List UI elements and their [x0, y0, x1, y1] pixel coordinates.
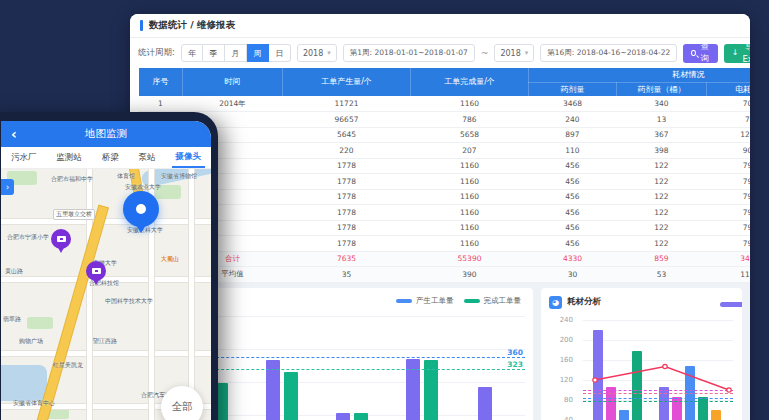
table-cell: 897	[529, 127, 617, 143]
table-row: 12014年117211160346834070250	[139, 96, 751, 112]
charts-row: 产生工单量完成工单量 360323 ◕ 耗材分析 240200160120804…	[130, 283, 750, 420]
bar	[478, 387, 492, 420]
consumable-chart-card: ◕ 耗材分析 2402001601208040	[541, 288, 742, 420]
calendar-icon: ▾	[525, 49, 529, 57]
year-start-value: 2018	[303, 49, 323, 58]
consumable-chart: 2402001601208040	[549, 315, 734, 420]
map-road	[189, 169, 194, 420]
camera-icon	[92, 268, 101, 274]
period-option[interactable]: 年	[181, 44, 203, 62]
table-cell: 456	[529, 220, 617, 236]
table-row: 177811604561227967	[139, 174, 751, 190]
table-cell: 1160	[411, 220, 529, 236]
bar	[354, 413, 368, 420]
table-cell: 1	[139, 96, 183, 112]
table-cell: 111	[707, 267, 751, 283]
table-cell: 55390	[411, 251, 529, 267]
column-header: 耗材情况	[529, 68, 751, 82]
phone-header: ‹ 地图监测	[1, 121, 211, 147]
axis-tick-label: 80	[564, 396, 573, 404]
chart-header: ◕ 耗材分析	[549, 296, 734, 309]
selected-camera-marker[interactable]	[123, 191, 159, 227]
reference-label: 360	[507, 348, 523, 357]
camera-icon	[57, 236, 66, 242]
camera-pin-marker[interactable]	[51, 229, 71, 249]
table-cell: 398	[617, 143, 707, 159]
table-cell: 122	[617, 205, 707, 221]
download-icon: ↓	[732, 49, 739, 57]
table-cell: 340	[617, 96, 707, 112]
table-cell: 1160	[411, 205, 529, 221]
year-start-select[interactable]: 2018 ▾	[297, 44, 337, 62]
week-range-end-input[interactable]: 第16周: 2018-04-16~2018-04-22	[540, 44, 677, 62]
table-cell: 79	[707, 236, 751, 252]
column-header: 序号	[139, 68, 183, 96]
year-end-select[interactable]: 2018 ▾	[494, 44, 534, 62]
table-cell: 1778	[283, 189, 411, 205]
map-label: 合肥市宁溪小学	[7, 233, 49, 242]
phone-screen: ‹ 地图监测 污水厂监测站桥梁泵站摄像头 › 全部 合肥市福和中学体育馆安徽农业…	[1, 121, 211, 420]
column-header: 工单产生量/个	[283, 68, 411, 96]
export-button-label: 导出Excel	[742, 42, 750, 64]
table-cell: 1778	[283, 205, 411, 221]
table-cell: 122	[617, 220, 707, 236]
query-button-label: 查询	[700, 41, 710, 65]
camera-pin-marker[interactable]	[86, 261, 106, 281]
map-road	[87, 169, 92, 420]
table-cell: 79	[707, 205, 751, 221]
table-cell: 207	[411, 143, 529, 159]
period-option[interactable]: 周	[247, 44, 269, 62]
table-cell: 122	[617, 174, 707, 190]
phone-tab[interactable]: 摄像头	[172, 147, 206, 168]
table-cell: 79	[707, 158, 751, 174]
axis-tick-label: 160	[560, 356, 573, 364]
legend-swatch	[720, 302, 742, 307]
period-option[interactable]: 日	[269, 44, 291, 62]
table-cell: 124	[707, 127, 751, 143]
map-road	[1, 219, 211, 224]
map-view[interactable]: › 全部 合肥市福和中学体育馆安徽农业大学安徽省博物馆五里墩立交桥安徽医科大学合…	[1, 169, 211, 420]
period-option[interactable]: 月	[225, 44, 247, 62]
legend-item: 产生工单量	[396, 296, 454, 306]
map-road	[1, 351, 211, 356]
table-cell: 70	[707, 96, 751, 112]
legend-swatch	[396, 299, 412, 303]
table-cell: 1778	[283, 236, 411, 252]
table-cell: 1160	[411, 174, 529, 190]
table-row: 177811604561227967	[139, 220, 751, 236]
query-button[interactable]: 查询	[683, 44, 718, 63]
map-expand-button[interactable]: ›	[1, 179, 14, 195]
period-label: 统计周期:	[138, 47, 175, 59]
export-excel-button[interactable]: ↓ 导出Excel	[724, 44, 750, 63]
phone-tab[interactable]: 泵站	[135, 147, 160, 168]
week-range-start-input[interactable]: 第1周: 2018-01-01~2018-01-07	[343, 44, 475, 62]
table-cell: 859	[617, 251, 707, 267]
breadcrumb: 数据统计 / 维修报表	[149, 19, 235, 32]
table-cell: 122	[617, 189, 707, 205]
table-cell: 349	[707, 251, 751, 267]
phone-tab[interactable]: 桥梁	[98, 147, 123, 168]
phone-tab[interactable]: 污水厂	[7, 147, 41, 168]
table-cell: 367	[617, 127, 707, 143]
table-cell: 2014年	[183, 96, 283, 112]
table-cell: 110	[529, 143, 617, 159]
table-cell: 1160	[411, 236, 529, 252]
y-axis: 2402001601208040	[549, 315, 577, 420]
all-button[interactable]: 全部	[161, 386, 203, 420]
axis-tick-label: 240	[560, 316, 573, 324]
table-cell: 96657	[283, 112, 411, 128]
table-row: 177811604561227967	[139, 205, 751, 221]
table-cell: 1778	[283, 158, 411, 174]
filter-bar: 统计周期: 年季月周日 2018 ▾ 第1周: 2018-01-01~2018-…	[130, 38, 750, 68]
table-cell: 79	[707, 174, 751, 190]
chart-legend: 产生工单量完成工单量	[396, 296, 521, 306]
table-header-row: 序号时间工单产生量/个工单完成量/个耗材情况	[139, 68, 751, 82]
table-row: 177811604561227967	[139, 236, 751, 252]
back-icon[interactable]: ‹	[11, 127, 17, 141]
phone-mockup: ‹ 地图监测 污水厂监测站桥梁泵站摄像头 › 全部 合肥市福和中学体育馆安徽农业…	[0, 112, 218, 420]
table-cell: 456	[529, 205, 617, 221]
map-lake	[1, 365, 47, 401]
phone-tab[interactable]: 监测站	[52, 147, 86, 168]
period-option[interactable]: 季	[203, 44, 225, 62]
column-header: 工单完成量/个	[411, 68, 529, 96]
